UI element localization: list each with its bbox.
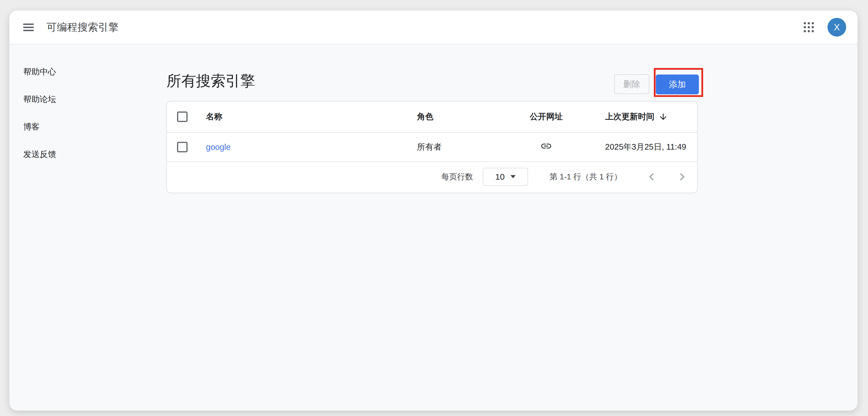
table-header-row: 名称 角色 公开网址 上次更新时间 xyxy=(167,101,697,132)
link-icon[interactable] xyxy=(540,140,552,154)
top-bar: 可编程搜索引擎 X xyxy=(9,10,858,44)
arrow-down-icon xyxy=(658,112,668,122)
rows-per-page-label: 每页行数 xyxy=(441,172,473,182)
add-button[interactable]: 添加 xyxy=(656,75,699,94)
rows-per-page-select[interactable]: 10 xyxy=(483,168,528,186)
sidebar: 帮助中心 帮助论坛 博客 发送反馈 xyxy=(9,44,157,168)
engine-role: 所有者 xyxy=(417,141,442,153)
column-header-last-updated[interactable]: 上次更新时间 xyxy=(605,111,668,122)
app-title: 可编程搜索引擎 xyxy=(46,21,119,34)
table-footer: 每页行数 10 第 1-1 行（共 1 行） xyxy=(167,162,697,191)
pagination-range-label: 第 1-1 行（共 1 行） xyxy=(550,172,622,182)
app-window: 可编程搜索引擎 X 帮助中心 帮助论坛 博客 发送反馈 所有搜索引擎 删除 添加… xyxy=(9,10,858,411)
sidebar-item-blog[interactable]: 博客 xyxy=(9,113,157,141)
page-title: 所有搜索引擎 xyxy=(166,71,255,91)
chevron-right-icon[interactable] xyxy=(676,171,688,183)
avatar[interactable]: X xyxy=(828,18,846,36)
sidebar-item-help-forum[interactable]: 帮助论坛 xyxy=(9,86,157,113)
row-checkbox[interactable] xyxy=(177,142,188,152)
engine-last-updated: 2025年3月25日, 11:49 xyxy=(605,141,686,153)
apps-grid-icon[interactable] xyxy=(804,22,814,32)
chevron-left-icon[interactable] xyxy=(646,171,658,183)
table-row: google 所有者 2025年3月25日, 11:49 xyxy=(167,132,697,162)
column-header-role: 角色 xyxy=(417,111,433,122)
engine-name-link[interactable]: google xyxy=(206,142,230,152)
column-header-public-url: 公开网址 xyxy=(530,111,563,122)
sidebar-item-send-feedback[interactable]: 发送反馈 xyxy=(9,141,157,168)
search-engines-table: 名称 角色 公开网址 上次更新时间 google 所有者 2025年3月25日,… xyxy=(166,101,698,193)
menu-icon[interactable] xyxy=(23,24,34,31)
column-header-name: 名称 xyxy=(206,111,222,122)
sidebar-item-help-center[interactable]: 帮助中心 xyxy=(9,58,157,86)
caret-down-icon xyxy=(510,175,516,178)
select-all-checkbox[interactable] xyxy=(177,112,188,122)
delete-button[interactable]: 删除 xyxy=(614,74,649,94)
